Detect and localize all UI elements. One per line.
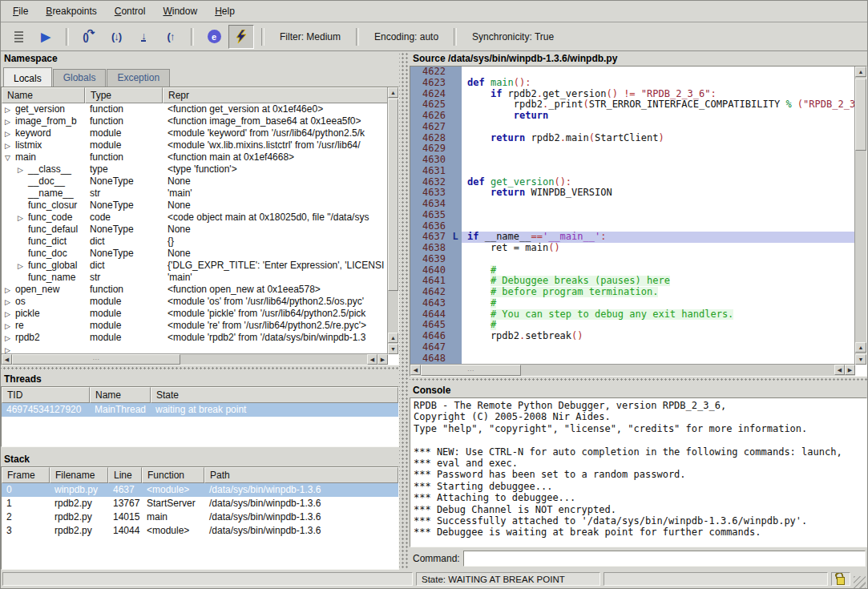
step-button[interactable]: (↓) (103, 25, 129, 49)
namespace-row[interactable]: ▷osmodule<module 'os' from '/usr/lib64/p… (2, 296, 388, 308)
namespace-row[interactable]: ▷func_globaldict{'DLG_EXPR_TITLE': 'Ente… (2, 260, 388, 272)
stack-frame-row[interactable]: 1rpdb2.py13767StartServer/data/sys/bin/w… (2, 497, 398, 510)
expand-icon[interactable]: ▷ (5, 128, 15, 139)
namespace-row[interactable]: func_namestr'main' (2, 272, 388, 284)
namespace-row[interactable]: ▷__class__type<type 'function'> (2, 163, 388, 175)
code-line[interactable]: 4631 (410, 166, 855, 177)
namespace-row[interactable]: ▷func_codecode<code object main at 0x180… (2, 212, 388, 224)
namespace-row[interactable]: __doc__NoneTypeNone (2, 175, 388, 188)
scroll-right-button[interactable]: ▶ (377, 354, 388, 365)
scrollbar-thumb[interactable] (388, 99, 398, 291)
scroll-up-button[interactable]: ▲ (855, 342, 866, 353)
code-line[interactable]: 4626 return (410, 111, 855, 122)
next-button[interactable]: ()↷ (76, 25, 102, 49)
tab-globals[interactable]: Globals (53, 69, 107, 87)
scrollbar-thumb[interactable]: ⋯ (12, 354, 180, 365)
namespace-row[interactable]: func_docNoneTypeNone (2, 248, 388, 260)
namespace-horizontal-scrollbar[interactable]: ◀ ⋯ ◀ ▶ (2, 353, 388, 365)
menu-item-window[interactable]: Window (154, 2, 206, 20)
scrollbar-track[interactable] (180, 354, 367, 365)
column-header-name[interactable]: Name (2, 87, 85, 103)
code-line[interactable]: 4622 (410, 67, 855, 78)
namespace-row[interactable]: ▷listmixmodule<module 'wx.lib.mixins.lis… (2, 139, 388, 151)
scroll-up-button[interactable]: ▲ (855, 67, 866, 77)
source-editor[interactable]: 46224623def main():4624 if rpdb2.get_ver… (410, 66, 867, 377)
expand-icon[interactable]: ▷ (5, 321, 15, 332)
code-line[interactable]: 4638 ret = main() (410, 243, 855, 254)
namespace-row[interactable]: ▷image_from_bfunction<function image_fro… (2, 115, 388, 127)
code-line[interactable]: 4644 # You can step to debug any exit ha… (410, 309, 855, 321)
menu-item-help[interactable]: Help (206, 2, 244, 20)
column-header-tid[interactable]: TID (2, 387, 90, 403)
column-header-function[interactable]: Function (142, 467, 204, 483)
code-line[interactable]: 4625 rpdb2._print(STR_ERROR_INTERFACE_CO… (410, 99, 855, 111)
namespace-vertical-scrollbar[interactable]: ▲ ▲ ▼ (387, 87, 398, 354)
scroll-up-button[interactable]: ▲ (388, 333, 398, 343)
scroll-up-button[interactable]: ▲ (388, 87, 398, 98)
collapse-icon[interactable]: ▽ (5, 152, 15, 163)
scroll-left-button[interactable]: ◀ (367, 354, 377, 365)
scrollbar-thumb[interactable] (855, 79, 866, 151)
code-line[interactable]: 4636 (410, 221, 855, 232)
scroll-left-button[interactable]: ◀ (2, 354, 12, 365)
code-line[interactable]: 4632def get_version(): (410, 177, 855, 188)
scrollbar-track[interactable] (521, 365, 834, 376)
code-line[interactable]: 4646 rpdb2.setbreak() (410, 331, 855, 342)
column-header-repr[interactable]: Repr (163, 87, 388, 103)
scroll-left-button[interactable]: ◀ (834, 365, 845, 375)
namespace-row[interactable]: ▷get_versionfunction<function get_versio… (2, 103, 388, 115)
thread-row[interactable]: 46974534127920MainThreadwaiting at break… (2, 403, 398, 417)
source-vertical-scrollbar[interactable]: ▲ ▲ ▼ (854, 67, 866, 365)
code-line[interactable]: 4648 (410, 353, 855, 365)
code-line[interactable]: 4634 (410, 199, 855, 210)
menu-item-file[interactable]: File (4, 2, 37, 20)
namespace-row[interactable]: ▷open_newfunction<function open_new at 0… (2, 284, 388, 296)
tab-exception[interactable]: Exception (107, 69, 170, 87)
column-header-type[interactable]: Type (85, 87, 163, 103)
resize-grip-icon[interactable] (854, 576, 866, 588)
scroll-down-button[interactable]: ▼ (388, 344, 398, 354)
goto-button[interactable]: ↓ (131, 25, 156, 49)
splitter-handle[interactable] (410, 377, 867, 382)
exception-mode-button[interactable]: e (201, 25, 227, 49)
code-line[interactable]: 4629 (410, 143, 855, 155)
code-line[interactable]: 4624 if rpdb2.get_version() != "RPDB_2_3… (410, 89, 855, 100)
menu-item-breakpoints[interactable]: Breakpoints (37, 2, 105, 20)
code-line[interactable]: 4639 (410, 254, 855, 265)
command-input[interactable] (463, 551, 866, 567)
splitter-handle[interactable] (1, 365, 399, 371)
scrollbar-thumb[interactable]: ⋯ (421, 365, 521, 376)
expand-icon[interactable]: ▷ (5, 104, 15, 115)
code-line[interactable]: 4647 (410, 342, 855, 353)
namespace-row[interactable]: __name__str'main' (2, 188, 388, 200)
stack-frame-row[interactable]: 3rpdb2.py14044<module>/data/sys/bin/winp… (2, 524, 398, 538)
namespace-row[interactable]: func_dictdict{} (2, 236, 388, 248)
code-line[interactable]: 4630 (410, 155, 855, 166)
code-line[interactable]: 4635 (410, 210, 855, 221)
stack-frame-row[interactable]: 2rpdb2.py14015main/data/sys/bin/winpdb-1… (2, 510, 398, 524)
code-line[interactable]: 4642 # before program termination. (410, 287, 855, 298)
scroll-down-button[interactable]: ▼ (855, 354, 866, 365)
namespace-row[interactable]: ▷rpdb2module<module 'rpdb2' from '/data/… (2, 332, 388, 344)
expand-icon[interactable]: ▷ (5, 297, 15, 308)
expand-icon[interactable]: ▷ (5, 284, 15, 296)
code-line[interactable]: 4627 (410, 122, 855, 133)
tab-locals[interactable]: Locals (3, 67, 52, 87)
namespace-row[interactable]: func_defaulNoneTypeNone (2, 224, 388, 236)
source-horizontal-scrollbar[interactable]: ◀ ⋯ ◀ ▶ (410, 364, 855, 376)
scroll-left-button[interactable]: ◀ (410, 365, 421, 375)
code-line[interactable]: 4640 # (410, 265, 855, 276)
splitter-handle[interactable] (399, 50, 410, 570)
code-line[interactable]: 4633 return WINPDB_VERSION (410, 188, 855, 199)
namespace-row[interactable]: func_closurNoneTypeNone (2, 200, 388, 212)
code-line[interactable]: 4628 return rpdb2.main(StartClient) (410, 133, 855, 144)
synchronicity-button[interactable] (228, 25, 254, 49)
code-line[interactable]: 4623def main(): (410, 78, 855, 89)
column-header-state[interactable]: State (151, 387, 398, 403)
namespace-row[interactable]: ▷remodule<module 're' from '/usr/lib64/p… (2, 320, 388, 332)
menu-item-control[interactable]: Control (106, 2, 155, 20)
console-output[interactable]: RPDB - The Remote Python Debugger, versi… (410, 397, 867, 547)
expand-icon[interactable]: ▷ (5, 116, 15, 127)
column-header-path[interactable]: Path (204, 467, 398, 483)
expand-icon[interactable]: ▷ (5, 140, 15, 151)
